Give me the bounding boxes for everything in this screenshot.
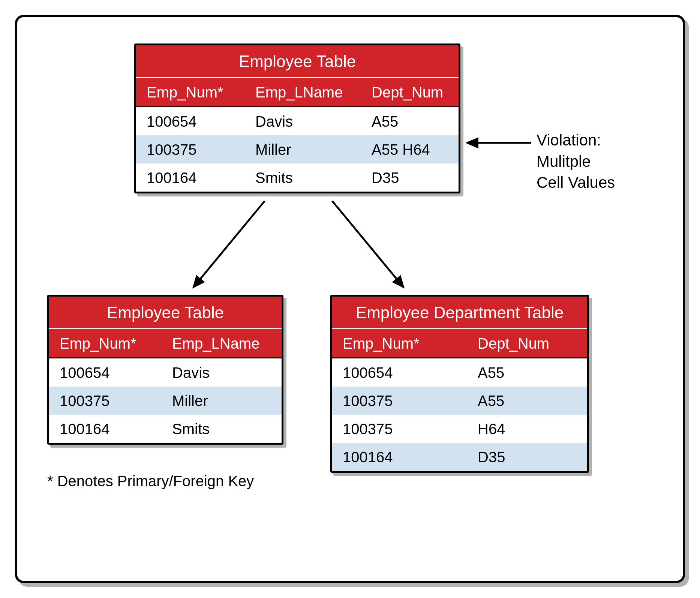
- employee-department-table: Employee Department Table Emp_Num* Dept_…: [330, 295, 589, 473]
- diagram-frame: Employee Table Emp_Num* Emp_LName Dept_N…: [15, 15, 685, 583]
- cell-dept-num: H64: [467, 415, 587, 443]
- col-header-emp-num: Emp_Num*: [332, 329, 467, 357]
- annotation-line: Cell Values: [537, 172, 615, 193]
- table-title: Employee Table: [136, 45, 459, 78]
- annotation-line: Violation:: [537, 130, 615, 151]
- cell-dept-num: A55: [467, 358, 587, 387]
- cell-emp-num: 100375: [49, 387, 162, 415]
- cell-emp-num: 100375: [332, 387, 467, 415]
- col-header-dept-num: Dept_Num: [467, 329, 587, 357]
- table-row: 100164 D35: [332, 443, 587, 471]
- cell-emp-num: 100164: [136, 163, 245, 192]
- cell-dept-num: A55: [467, 387, 587, 415]
- violation-annotation: Violation: Mulitple Cell Values: [537, 130, 615, 193]
- cell-dept-num: D35: [467, 443, 587, 471]
- employee-table-top: Employee Table Emp_Num* Emp_LName Dept_N…: [134, 43, 460, 193]
- arrow-down-right-icon: [332, 201, 403, 287]
- employee-table-bottom: Employee Table Emp_Num* Emp_LName 100654…: [47, 295, 283, 445]
- table-row: 100375 A55: [332, 387, 587, 415]
- table-row: 100164 Smits D35: [136, 163, 459, 192]
- table-row: 100654 A55: [332, 358, 587, 387]
- table-row: 100654 Davis A55: [136, 107, 459, 135]
- cell-dept-num: A55: [361, 107, 459, 135]
- table-row: 100164 Smits: [49, 415, 282, 443]
- cell-emp-lname: Smits: [162, 415, 282, 443]
- cell-emp-lname: Miller: [162, 387, 282, 415]
- cell-emp-num: 100654: [332, 358, 467, 387]
- cell-emp-num: 100375: [332, 415, 467, 443]
- cell-emp-num: 100654: [49, 358, 162, 387]
- col-header-emp-lname: Emp_LName: [245, 78, 361, 106]
- table-header-row: Emp_Num* Emp_LName: [49, 329, 282, 358]
- annotation-line: Mulitple: [537, 151, 615, 172]
- cell-emp-num: 100164: [49, 415, 162, 443]
- cell-emp-num: 100375: [136, 135, 245, 163]
- table-row: 100375 Miller A55 H64: [136, 135, 459, 163]
- cell-emp-lname: Davis: [245, 107, 361, 135]
- cell-dept-num: D35: [361, 163, 459, 192]
- cell-emp-num: 100654: [136, 107, 245, 135]
- cell-dept-num: A55 H64: [361, 135, 459, 163]
- cell-emp-num: 100164: [332, 443, 467, 471]
- col-header-dept-num: Dept_Num: [361, 78, 459, 106]
- cell-emp-lname: Miller: [245, 135, 361, 163]
- cell-emp-lname: Smits: [245, 163, 361, 192]
- arrow-down-left-icon: [193, 201, 265, 287]
- cell-emp-lname: Davis: [162, 358, 282, 387]
- table-header-row: Emp_Num* Dept_Num: [332, 329, 587, 358]
- table-row: 100375 Miller: [49, 387, 282, 415]
- table-title: Employee Department Table: [332, 297, 587, 329]
- col-header-emp-num: Emp_Num*: [49, 329, 162, 357]
- table-row: 100654 Davis: [49, 358, 282, 387]
- table-header-row: Emp_Num* Emp_LName Dept_Num: [136, 78, 459, 107]
- table-row: 100375 H64: [332, 415, 587, 443]
- primary-key-footnote: * Denotes Primary/Foreign Key: [47, 473, 254, 490]
- col-header-emp-num: Emp_Num*: [136, 78, 245, 106]
- col-header-emp-lname: Emp_LName: [162, 329, 282, 357]
- table-title: Employee Table: [49, 297, 282, 329]
